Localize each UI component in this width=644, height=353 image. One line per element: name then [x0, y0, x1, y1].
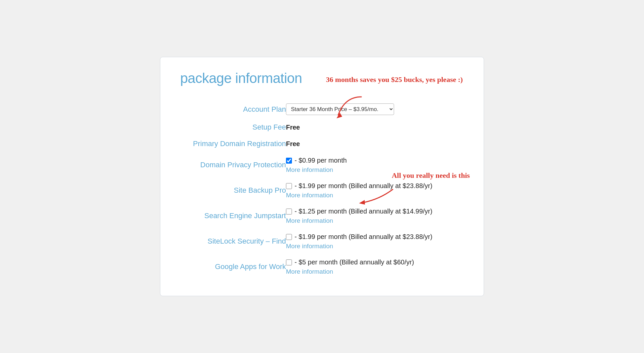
sitelock-more-info[interactable]: More information — [286, 243, 464, 250]
search-engine-label: Search Engine Jumpstart — [180, 203, 286, 228]
google-apps-row: Google Apps for Work - $5 per month (Bil… — [180, 254, 464, 279]
google-apps-price: - $5 per month (Billed annually at $60/y… — [295, 258, 414, 266]
annotation-top: 36 months saves you $25 bucks, yes pleas… — [325, 75, 464, 84]
sitelock-checkbox[interactable] — [286, 234, 292, 240]
primary-domain-value: Free — [286, 136, 464, 152]
google-apps-value: - $5 per month (Billed annually at $60/y… — [286, 254, 464, 279]
setup-fee-value: Free — [286, 119, 464, 136]
svg-marker-1 — [359, 200, 365, 205]
sitelock-label: SiteLock Security – Find — [180, 228, 286, 254]
account-plan-row: Account Plan Starter 36 Month Price – $3… — [180, 99, 464, 119]
annotation-right: All you really need is this — [388, 171, 474, 180]
google-apps-more-info[interactable]: More information — [286, 268, 464, 275]
search-engine-more-info[interactable]: More information — [286, 217, 464, 224]
domain-privacy-price: - $0.99 per month — [295, 157, 347, 164]
site-backup-label: Site Backup Pro — [180, 177, 286, 203]
account-plan-label: Account Plan — [180, 99, 286, 119]
account-plan-value: Starter 36 Month Price – $3.95/mo.Starte… — [286, 99, 464, 119]
setup-fee-row: Setup Fee Free — [180, 119, 464, 136]
site-backup-row: Site Backup Pro - $1.99 per month (Bille… — [180, 177, 464, 203]
google-apps-checkbox[interactable] — [286, 259, 292, 265]
primary-domain-row: Primary Domain Registration Free — [180, 136, 464, 152]
domain-privacy-checkbox-row: - $0.99 per month — [286, 157, 464, 164]
sitelock-row: SiteLock Security – Find - $1.99 per mon… — [180, 228, 464, 254]
search-engine-checkbox[interactable] — [286, 209, 292, 215]
site-backup-checkbox[interactable] — [286, 183, 292, 189]
primary-domain-label: Primary Domain Registration — [180, 136, 286, 152]
sitelock-checkbox-row: - $1.99 per month (Billed annually at $2… — [286, 233, 464, 241]
sitelock-value: - $1.99 per month (Billed annually at $2… — [286, 228, 464, 254]
google-apps-checkbox-row: - $5 per month (Billed annually at $60/y… — [286, 258, 464, 266]
package-form: Account Plan Starter 36 Month Price – $3… — [180, 99, 464, 279]
arrow-right-icon — [353, 186, 396, 209]
sitelock-price: - $1.99 per month (Billed annually at $2… — [295, 233, 432, 241]
domain-privacy-label: Domain Privacy Protection — [180, 152, 286, 177]
package-information-panel: package information 36 months saves you … — [160, 57, 484, 296]
arrow-top-icon — [332, 94, 371, 120]
domain-privacy-checkbox[interactable] — [286, 158, 292, 164]
setup-fee-label: Setup Fee — [180, 119, 286, 136]
google-apps-label: Google Apps for Work — [180, 254, 286, 279]
search-engine-row: Search Engine Jumpstart - $1.25 per mont… — [180, 203, 464, 228]
svg-marker-0 — [337, 113, 342, 118]
